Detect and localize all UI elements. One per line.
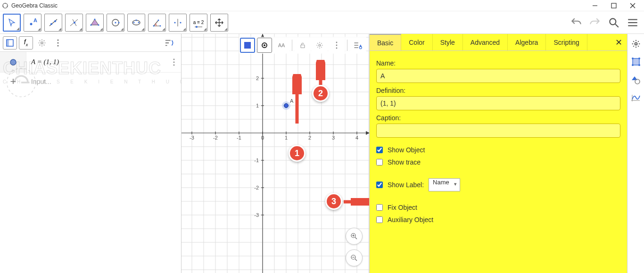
menu-button[interactable] bbox=[624, 14, 641, 31]
algebra-item-menu[interactable] bbox=[167, 58, 181, 66]
svg-rect-121 bbox=[244, 42, 251, 49]
svg-line-10 bbox=[50, 19, 57, 26]
svg-rect-124 bbox=[301, 45, 305, 48]
tab-advanced[interactable]: Advanced bbox=[463, 34, 508, 50]
caption-field[interactable] bbox=[376, 124, 620, 138]
redo-button[interactable] bbox=[586, 14, 603, 31]
object-bounding-icon[interactable] bbox=[630, 56, 642, 68]
svg-point-22 bbox=[118, 22, 119, 23]
properties-close-button[interactable]: ✕ bbox=[613, 37, 624, 48]
fix-object-checkbox[interactable] bbox=[376, 204, 383, 211]
show-object-label: Show Object bbox=[388, 146, 425, 154]
svg-point-48 bbox=[173, 61, 175, 63]
svg-point-17 bbox=[94, 18, 95, 20]
tool-move[interactable] bbox=[3, 14, 21, 32]
undo-button[interactable] bbox=[568, 14, 585, 31]
svg-text:1: 1 bbox=[256, 103, 259, 108]
svg-point-152 bbox=[635, 79, 640, 84]
svg-point-42 bbox=[41, 41, 43, 44]
tool-angle[interactable] bbox=[148, 14, 166, 32]
properties-panel: ✕ BasicColorStyleAdvancedAlgebraScriptin… bbox=[370, 34, 627, 273]
algebra-input[interactable]: Input... bbox=[26, 78, 181, 85]
style-settings-button[interactable] bbox=[312, 38, 327, 53]
svg-point-47 bbox=[173, 58, 175, 60]
show-label-label: Show Label: bbox=[388, 181, 424, 189]
annotation-arrow-1 bbox=[292, 74, 302, 126]
zoom-in-button[interactable] bbox=[346, 228, 363, 245]
svg-point-150 bbox=[638, 64, 640, 66]
object-graph-icon[interactable] bbox=[630, 91, 642, 104]
show-trace-label: Show trace bbox=[388, 158, 421, 166]
tab-style[interactable]: Style bbox=[433, 34, 463, 50]
svg-point-0 bbox=[3, 3, 8, 8]
style-point-style[interactable] bbox=[257, 38, 272, 53]
svg-point-29 bbox=[158, 19, 159, 21]
tab-algebra[interactable]: Algebra bbox=[508, 34, 546, 50]
svg-point-49 bbox=[173, 64, 175, 66]
global-settings-icon[interactable] bbox=[630, 38, 642, 50]
svg-point-46 bbox=[10, 59, 16, 65]
window-maximize-button[interactable] bbox=[604, 0, 623, 11]
style-lock-button[interactable] bbox=[295, 38, 310, 53]
show-trace-checkbox[interactable] bbox=[376, 159, 383, 165]
show-object-checkbox[interactable] bbox=[376, 147, 383, 153]
tool-perpendicular[interactable] bbox=[65, 14, 83, 32]
svg-point-18 bbox=[98, 24, 99, 25]
window-minimize-button[interactable] bbox=[586, 0, 604, 11]
window-close-button[interactable] bbox=[623, 0, 642, 11]
zoom-out-button[interactable] bbox=[346, 249, 363, 266]
algebra-input-row: + Input... bbox=[0, 73, 181, 91]
style-view-options-button[interactable] bbox=[350, 38, 365, 53]
algebra-settings-button[interactable] bbox=[35, 36, 49, 50]
tool-slider[interactable]: a = 2 bbox=[190, 14, 207, 32]
algebra-panel: fx A = (1, 1) + Input... CHIASEKIENTHUC … bbox=[0, 34, 182, 273]
tab-basic[interactable]: Basic bbox=[370, 34, 401, 50]
window-titlebar: GeoGebra Classic bbox=[0, 0, 644, 11]
svg-text:A: A bbox=[33, 18, 37, 23]
tab-scripting[interactable]: Scripting bbox=[546, 34, 587, 50]
graphics-style-bar: AA bbox=[239, 37, 366, 54]
name-field[interactable] bbox=[376, 69, 620, 83]
tool-point[interactable]: A bbox=[24, 14, 41, 32]
show-label-select[interactable]: Name bbox=[429, 178, 460, 191]
graphics-view[interactable]: -3-2-101234-3-2-1123A AA 1 2 3 bbox=[182, 34, 370, 273]
annotation-badge-3: 3 bbox=[325, 193, 342, 210]
svg-text:4: 4 bbox=[355, 135, 358, 141]
style-label-style[interactable]: AA bbox=[274, 38, 289, 53]
algebra-view-toggle[interactable] bbox=[3, 36, 17, 50]
tool-ellipse[interactable] bbox=[127, 14, 145, 32]
svg-rect-146 bbox=[633, 58, 639, 65]
aux-object-checkbox[interactable] bbox=[376, 216, 383, 223]
svg-point-31 bbox=[174, 22, 175, 23]
svg-text:-3: -3 bbox=[254, 212, 259, 218]
style-fill-color[interactable] bbox=[240, 38, 255, 53]
show-label-checkbox[interactable] bbox=[376, 182, 383, 188]
algebra-sort-button[interactable] bbox=[162, 36, 176, 50]
svg-point-28 bbox=[160, 25, 161, 26]
svg-text:0: 0 bbox=[261, 135, 264, 141]
tool-circle[interactable] bbox=[107, 14, 124, 32]
tool-line[interactable] bbox=[44, 14, 62, 32]
function-button[interactable]: fx bbox=[19, 36, 33, 50]
svg-text:1: 1 bbox=[285, 135, 288, 141]
algebra-item[interactable]: A = (1, 1) bbox=[0, 52, 181, 73]
definition-field[interactable] bbox=[376, 96, 620, 110]
svg-point-21 bbox=[115, 22, 116, 23]
algebra-expression: A = (1, 1) bbox=[26, 58, 167, 66]
algebra-more-button[interactable] bbox=[51, 36, 65, 50]
annotation-arrow-3 bbox=[343, 198, 370, 206]
style-more-button[interactable] bbox=[329, 38, 344, 53]
tool-move-view[interactable] bbox=[210, 14, 228, 32]
tool-reflection[interactable] bbox=[169, 14, 187, 32]
svg-point-26 bbox=[136, 19, 137, 21]
search-button[interactable] bbox=[605, 14, 622, 31]
svg-point-119 bbox=[284, 104, 289, 108]
svg-point-43 bbox=[57, 39, 58, 41]
add-input-button[interactable]: + bbox=[0, 75, 26, 88]
name-label: Name: bbox=[376, 59, 620, 67]
svg-point-35 bbox=[610, 18, 616, 25]
tab-color[interactable]: Color bbox=[401, 34, 432, 50]
object-shapes-icon[interactable] bbox=[630, 74, 642, 86]
tool-polygon[interactable] bbox=[86, 14, 104, 32]
svg-text:2: 2 bbox=[308, 135, 311, 141]
